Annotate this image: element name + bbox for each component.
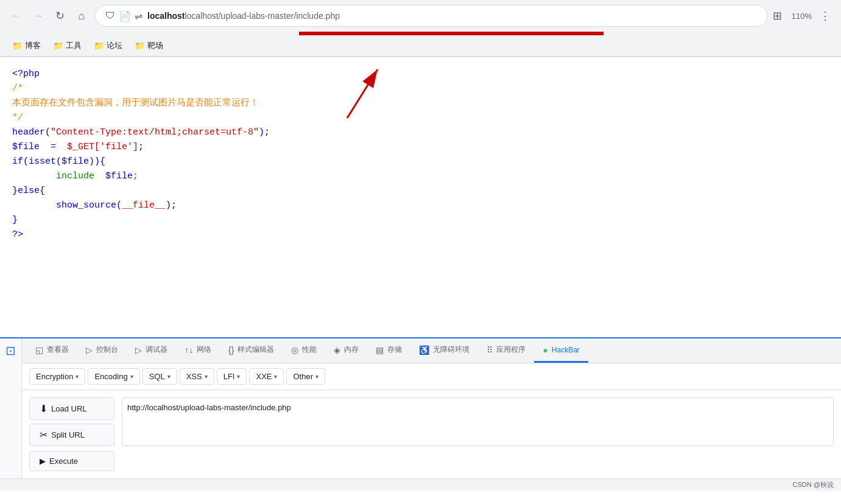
load-url-button[interactable]: ⬇ Load URL [29,397,114,420]
hackbar-url-input[interactable]: http://localhost/upload-labs-master/incl… [122,397,834,446]
tab-label: 调试器 [146,345,167,355]
page-icon: 📄 [119,10,131,22]
dropdown-arrow-icon: ▾ [130,373,133,380]
debugger-icon: ▷ [135,345,142,355]
tab-application[interactable]: ⠿ 应用程序 [478,338,534,363]
tab-memory[interactable]: ◈ 内存 [325,338,367,363]
tab-accessibility[interactable]: ♿ 无障碍环境 [410,338,478,363]
hackbar-menu: Encryption ▾ Encoding ▾ SQL ▾ XSS ▾ [22,363,841,390]
red-bar [299,32,603,35]
application-icon: ⠿ [487,345,493,355]
code-line-4: */ [12,111,829,125]
code-line-1: <?php [12,67,829,82]
tab-hackbar[interactable]: ● HackBar [534,339,588,363]
execute-button[interactable]: ▶ Execute [29,451,114,471]
xxe-label: XXE [256,372,272,381]
share-icon: ⇌ [135,10,143,22]
tab-label: 控制台 [96,345,118,355]
bookmark-label: 工具 [66,40,82,51]
tab-label: 性能 [302,345,317,355]
tab-network[interactable]: ↑↓ 网络 [176,338,220,363]
zoom-level: 110% [792,12,812,21]
folder-icon: 📁 [94,41,104,51]
bookmark-forum[interactable]: 📁 论坛 [89,38,127,54]
browser-chrome: ← → ↻ ⌂ 🛡 📄 ⇌ localhostlocalhost/upload-… [0,0,841,57]
reload-button[interactable]: ↻ [51,7,68,24]
shield-icon: 🛡 [105,10,115,21]
tab-style-editor[interactable]: {} 样式编辑器 [220,338,283,363]
sql-label: SQL [149,372,165,381]
dropdown-arrow-icon: ▾ [205,373,208,380]
storage-icon: ▤ [376,345,384,355]
bookmark-target[interactable]: 📁 靶场 [130,38,168,54]
tab-performance[interactable]: ◎ 性能 [283,338,325,363]
bookmark-label: 靶场 [147,40,163,51]
code-line-8: include $file; [12,169,829,184]
hackbar-buttons: ⬇ Load URL ✂ Split URL [29,397,114,446]
code-line-7: if(isset($file)){ [12,155,829,169]
bookmark-label: 博客 [25,40,41,51]
hackbar-icon: ● [543,345,547,355]
download-icon: ⬇ [40,403,48,415]
devtools-main: ⊡ ◱ 查看器 ▷ 控制台 ▷ 调试器 ↑↓ 网络 [0,338,841,478]
devtools-icon-panel: ⊡ [0,338,22,478]
dropdown-arrow-icon: ▾ [76,373,79,380]
tab-label: 内存 [344,345,359,355]
folder-icon: 📁 [53,41,63,51]
dropdown-arrow-icon: ▾ [167,373,171,380]
dropdown-arrow-icon: ▾ [274,373,277,380]
encoding-label: Encoding [94,372,127,381]
load-url-label: Load URL [51,404,87,413]
forward-button[interactable]: → [29,7,46,24]
hackbar-body: ⬇ Load URL ✂ Split URL http://localhost/… [22,390,841,478]
split-url-label: Split URL [51,430,85,439]
code-line-11: } [12,213,829,228]
tab-viewer[interactable]: ◱ 查看器 [27,338,77,363]
hackbar-xss[interactable]: XSS ▾ [180,368,214,385]
tab-label: 样式编辑器 [238,345,274,355]
home-button[interactable]: ⌂ [73,7,90,24]
bookmark-blog[interactable]: 📁 博客 [7,38,46,54]
hackbar-panel: Encryption ▾ Encoding ▾ SQL ▾ XSS ▾ [22,363,841,478]
devtools-tabs: ◱ 查看器 ▷ 控制台 ▷ 调试器 ↑↓ 网络 {} 样式编辑器 [22,338,841,363]
memory-icon: ◈ [334,345,340,355]
tab-debugger[interactable]: ▷ 调试器 [127,338,176,363]
url-display: localhostlocalhost/upload-labs-master/in… [147,11,758,21]
execute-label: Execute [49,457,78,466]
console-icon: ▷ [86,345,93,355]
qr-button[interactable]: ⊞ [773,9,782,23]
play-icon: ▶ [40,457,46,466]
tab-label: 存储 [387,345,402,355]
lfi-label: LFI [223,372,235,381]
viewer-icon: ◱ [35,345,43,355]
hackbar-sql[interactable]: SQL ▾ [143,368,177,385]
dropdown-arrow-icon: ▾ [315,373,318,380]
network-icon: ↑↓ [185,345,193,355]
page-content: <?php /* 本页面存在文件包含漏洞，用于测试图片马是否能正常运行！ */ … [0,57,841,337]
devtools-panel: ⊡ ◱ 查看器 ▷ 控制台 ▷ 调试器 ↑↓ 网络 [0,337,841,478]
hackbar-xxe[interactable]: XXE ▾ [249,368,284,385]
bookmark-tools[interactable]: 📁 工具 [48,38,86,54]
address-bar[interactable]: 🛡 📄 ⇌ localhostlocalhost/upload-labs-mas… [95,5,768,27]
hackbar-lfi[interactable]: LFI ▾ [217,368,247,385]
code-line-5: header("Content-Type:text/html;charset=u… [12,125,829,140]
tab-storage[interactable]: ▤ 存储 [367,338,410,363]
tab-console[interactable]: ▷ 控制台 [77,338,127,363]
xss-label: XSS [186,372,202,381]
hackbar-encryption[interactable]: Encryption ▾ [29,368,85,385]
tab-label: 网络 [197,345,211,355]
menu-button[interactable]: ⋮ [817,7,834,24]
hackbar-encoding[interactable]: Encoding ▾ [88,368,139,385]
hackbar-url-row: ⬇ Load URL ✂ Split URL http://localhost/… [29,397,834,446]
tab-label: 查看器 [47,345,69,355]
tab-label: 应用程序 [496,345,526,355]
dropdown-arrow-icon: ▾ [237,373,240,380]
browser-nav: ← → ↻ ⌂ 🛡 📄 ⇌ localhostlocalhost/upload-… [0,0,841,32]
execute-row: ▶ Execute [29,451,834,471]
hackbar-other[interactable]: Other ▾ [286,368,325,385]
tab-label: 无障碍环境 [433,345,470,355]
split-url-button[interactable]: ✂ Split URL [29,424,114,446]
code-line-9: }else{ [12,184,829,198]
back-button[interactable]: ← [7,7,24,24]
code-line-12: ?> [12,228,829,242]
